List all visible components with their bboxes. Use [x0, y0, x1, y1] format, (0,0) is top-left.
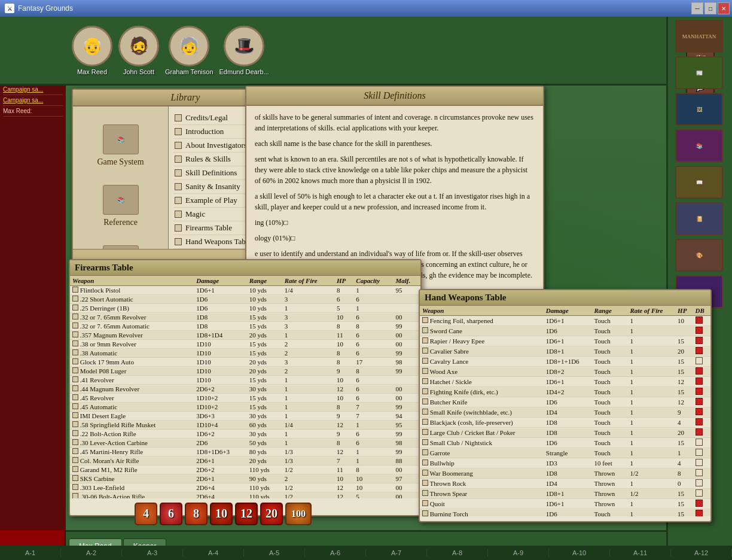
die-d4[interactable]: 4 — [135, 503, 157, 525]
hw-row-checkbox-3[interactable] — [422, 348, 428, 354]
table-row[interactable]: .357 Magnum Revolver1D8+1D420 yds111600 — [70, 331, 420, 340]
table-row[interactable]: .303 Lee-Enfield2D6+4110 yds1/2121000 — [70, 483, 420, 492]
firearms-row-checkbox-11[interactable] — [72, 385, 78, 391]
table-row[interactable]: Small Knife (switchblade, etc.)1D4Touch1… — [420, 407, 710, 418]
table-row[interactable]: Cavalier Sabre1D8+1Touch120 — [420, 346, 710, 357]
book-item-3[interactable]: 📚 — [675, 129, 723, 162]
firearms-row-checkbox-5[interactable] — [72, 331, 78, 337]
table-row[interactable]: Glock 17 9mm Auto1D1020 yds381798 — [70, 358, 420, 367]
table-row[interactable]: Fighting Knife (dirk, etc.)1D4+2Touch115 — [420, 387, 710, 397]
firearms-row-checkbox-8[interactable] — [72, 358, 78, 364]
firearms-row-checkbox-12[interactable] — [72, 394, 78, 400]
hw-row-checkbox-17[interactable] — [422, 490, 428, 496]
firearms-row-checkbox-9[interactable] — [72, 367, 78, 373]
firearms-row-checkbox-1[interactable] — [72, 296, 78, 302]
firearms-row-checkbox-15[interactable] — [72, 421, 78, 427]
table-row[interactable]: .45 Martini-Henry Rifle1D8+1D6+380 yds1/… — [70, 448, 420, 456]
table-row[interactable]: GarroteStrangleTouch11 — [420, 448, 710, 458]
die-d10[interactable]: 10 — [210, 503, 233, 525]
hw-row-checkbox-12[interactable] — [422, 439, 428, 445]
table-row[interactable]: Wood Axe1D8+2Touch115 — [420, 367, 710, 377]
table-row[interactable]: Burning Torch1D6Touch115 — [420, 509, 710, 517]
table-row[interactable]: .30-06 Bolt-Action Rifle2D6+4110 yds1/21… — [70, 492, 420, 499]
lib-item-checkbox-9[interactable] — [175, 238, 182, 245]
book-item-4[interactable]: 📖 — [675, 166, 723, 199]
hw-row-checkbox-15[interactable] — [422, 470, 428, 476]
chat-entry-7[interactable]: Campaign sa... — [3, 95, 63, 106]
table-row[interactable]: .22 Bolt-Action Rifle1D6+230 yds19699 — [70, 430, 420, 439]
portrait-0[interactable]: 👴Max Reed — [72, 26, 112, 75]
hw-row-checkbox-11[interactable] — [422, 429, 428, 435]
book-item-5[interactable]: 📔 — [675, 202, 723, 235]
book-item-0[interactable]: MANHATTAN — [675, 20, 723, 53]
table-row[interactable]: Sword Cane1D6Touch1 — [420, 326, 710, 336]
firearms-row-checkbox-21[interactable] — [72, 475, 78, 481]
hw-row-checkbox-8[interactable] — [422, 398, 428, 404]
firearms-row-checkbox-20[interactable] — [72, 466, 78, 472]
lib-item-checkbox-3[interactable] — [175, 156, 182, 163]
firearms-row-checkbox-3[interactable] — [72, 314, 78, 319]
firearms-row-checkbox-0[interactable] — [72, 287, 78, 293]
table-row[interactable]: Rapier / Heavy Epee1D6+1Touch115 — [420, 336, 710, 346]
lib-item-checkbox-2[interactable] — [175, 142, 182, 149]
table-row[interactable]: .41 Revolver1D1015 yds1106 — [70, 376, 420, 385]
table-row[interactable]: War Boomerang1D8Thrown1/28 — [420, 468, 710, 479]
firearms-row-checkbox-14[interactable] — [72, 412, 78, 418]
lib-item-checkbox-4[interactable] — [175, 169, 182, 176]
table-row[interactable]: Small Club / Nightstick1D6Touch115 — [420, 438, 710, 448]
book-item-2[interactable]: 🖼 — [675, 93, 723, 126]
firearms-row-checkbox-19[interactable] — [72, 457, 78, 463]
table-row[interactable]: .22 Short Automatic1D610 yds366 — [70, 295, 420, 304]
table-row[interactable]: SKS Carbine2D6+190 yds2101097 — [70, 474, 420, 483]
minimize-button[interactable]: ─ — [691, 2, 703, 14]
lib-item-checkbox-1[interactable] — [175, 128, 182, 135]
firearms-row-checkbox-2[interactable] — [72, 305, 78, 311]
table-row[interactable]: .58 Springfield Rifle Musket1D10+460 yds… — [70, 421, 420, 430]
table-row[interactable]: .44 Magnum Revolver2D6+230 yds112600 — [70, 385, 420, 394]
chat-entry-6[interactable]: Campaign sa... — [3, 84, 63, 95]
hw-row-checkbox-2[interactable] — [422, 337, 428, 343]
hw-row-checkbox-16[interactable] — [422, 480, 428, 486]
table-row[interactable]: Blackjack (cosh, life-preserver)1D8Touch… — [420, 418, 710, 428]
hw-row-checkbox-7[interactable] — [422, 388, 428, 394]
firearms-row-checkbox-17[interactable] — [72, 439, 78, 445]
close-button[interactable]: ✕ — [718, 2, 730, 14]
firearms-row-checkbox-10[interactable] — [72, 376, 78, 382]
die-d12[interactable]: 12 — [235, 503, 258, 525]
lib-item-checkbox-5[interactable] — [175, 183, 182, 190]
hw-row-checkbox-5[interactable] — [422, 368, 428, 374]
book-item-1[interactable]: 📰 — [675, 56, 723, 89]
hw-row-checkbox-6[interactable] — [422, 378, 428, 384]
table-row[interactable]: .38 Automatic1D1015 yds28699 — [70, 349, 420, 358]
hw-row-checkbox-9[interactable] — [422, 409, 428, 415]
table-row[interactable]: IMI Desert Eagle3D6+330 yds19794 — [70, 412, 420, 421]
portrait-2[interactable]: 🧓Graham Tenison — [165, 26, 214, 75]
chat-entry-8[interactable]: Max Reed: — [3, 106, 63, 117]
table-row[interactable]: .25 Derringer (1B)1D610 yds151 — [70, 304, 420, 313]
firearms-row-checkbox-22[interactable] — [72, 484, 78, 490]
table-row[interactable]: Fencing Foil, sharpened1D6+1Touch110 — [420, 316, 710, 326]
table-row[interactable]: Butcher Knife1D6Touch112 — [420, 397, 710, 407]
table-row[interactable]: .32 or 7. 65mm Revolver1D815 yds310600 — [70, 313, 420, 322]
firearms-row-checkbox-4[interactable] — [72, 322, 78, 328]
hand-weapons-scroll[interactable]: WeaponDamageRangeRate of FireHPDB Fencin… — [420, 306, 710, 516]
table-row[interactable]: Model P08 Luger1D1020 yds29899 — [70, 367, 420, 376]
lib-category-1[interactable]: 📚Reference — [79, 185, 162, 227]
firearms-row-checkbox-7[interactable] — [72, 349, 78, 355]
maximize-button[interactable]: □ — [704, 2, 716, 14]
firearms-scroll[interactable]: WeaponDamageRangeRate of FireHPCapacityM… — [70, 276, 420, 498]
firearms-row-checkbox-16[interactable] — [72, 430, 78, 436]
table-row[interactable]: .32 or 7. 65mm Automatic1D815 yds38899 — [70, 322, 420, 331]
hw-row-checkbox-19[interactable] — [422, 510, 428, 516]
hw-row-checkbox-18[interactable] — [422, 500, 428, 506]
table-row[interactable]: .38 or 9mm Revolver1D1015 yds210600 — [70, 340, 420, 349]
firearms-row-checkbox-23[interactable] — [72, 493, 78, 498]
table-row[interactable]: Thrown Spear1D8+1Thrown1/215 — [420, 489, 710, 499]
portrait-1[interactable]: 🧔John Scott — [118, 26, 159, 75]
table-row[interactable]: Hatchet / Sickle1D6+1Touch112 — [420, 377, 710, 387]
lib-item-checkbox-8[interactable] — [175, 224, 182, 232]
hw-row-checkbox-1[interactable] — [422, 327, 428, 333]
die-d20[interactable]: 20 — [260, 503, 283, 525]
table-row[interactable]: .30 Lever-Action Carbine2D650 yds18698 — [70, 439, 420, 448]
table-row[interactable]: .45 Automatic1D10+215 yds18799 — [70, 403, 420, 412]
